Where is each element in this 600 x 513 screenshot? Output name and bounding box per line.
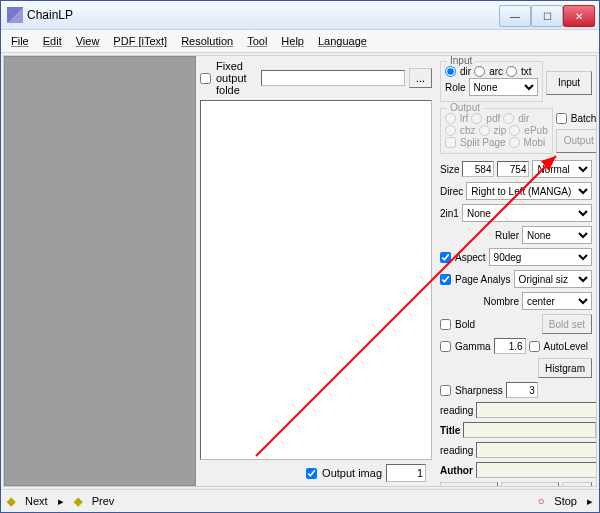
2in1-select[interactable]: None xyxy=(462,204,592,222)
menu-resolution[interactable]: Resolution xyxy=(181,35,233,47)
size-label: Size xyxy=(440,164,459,175)
menu-edit[interactable]: Edit xyxy=(43,35,62,47)
split-page-checkbox xyxy=(445,137,456,148)
input-type-txt[interactable] xyxy=(506,66,517,77)
browse-button[interactable]: ... xyxy=(409,68,432,88)
input-type-arc[interactable] xyxy=(474,66,485,77)
input-type-dir[interactable] xyxy=(445,66,456,77)
fixed-output-path[interactable] xyxy=(261,70,405,86)
author-label: Author xyxy=(440,465,473,476)
2in1-label: 2in1 xyxy=(440,208,459,219)
stop-icon: ○ xyxy=(538,495,545,507)
author-field[interactable] xyxy=(476,462,597,478)
output-button[interactable]: Output xyxy=(556,129,597,153)
menu-language[interactable]: Language xyxy=(318,35,367,47)
input-group-label: Input xyxy=(447,55,475,66)
file-list[interactable] xyxy=(200,100,432,460)
next-button[interactable]: Next xyxy=(25,495,48,507)
reading1-label: reading xyxy=(440,405,473,416)
preview-pane xyxy=(4,56,196,486)
reading2-field[interactable] xyxy=(476,442,597,458)
gamma-value[interactable] xyxy=(494,338,526,354)
gamma-checkbox[interactable] xyxy=(440,341,451,352)
out-zip xyxy=(479,125,490,136)
sharpness-value[interactable] xyxy=(506,382,538,398)
output-imag-checkbox[interactable] xyxy=(306,468,317,479)
nombre-select[interactable]: center xyxy=(522,292,592,310)
direc-label: Direc xyxy=(440,186,463,197)
out-dir xyxy=(503,113,514,124)
aspect-select[interactable]: 90deg xyxy=(489,248,592,266)
prev-icon: ◆ xyxy=(74,495,82,508)
page-analys-label: Page Analys xyxy=(455,274,511,285)
direc-select[interactable]: Right to Left (MANGA) xyxy=(466,182,592,200)
menu-tool[interactable]: Tool xyxy=(247,35,267,47)
docinfo-button[interactable]: Doc Info xyxy=(501,482,559,487)
batch-checkbox[interactable] xyxy=(556,113,567,124)
menu-help[interactable]: Help xyxy=(281,35,304,47)
autolevel-checkbox[interactable] xyxy=(529,341,540,352)
out-mobi xyxy=(509,137,520,148)
sharpness-checkbox[interactable] xyxy=(440,385,451,396)
title-field[interactable] xyxy=(463,422,596,438)
page-analys-checkbox[interactable] xyxy=(440,274,451,285)
bold-label: Bold xyxy=(455,319,475,330)
menu-view[interactable]: View xyxy=(76,35,100,47)
output-imag-label: Output imag xyxy=(322,467,382,479)
toc-button[interactable]: TOC xyxy=(440,482,498,487)
histgram-button[interactable]: Histgram xyxy=(538,358,592,378)
out-pdf xyxy=(471,113,482,124)
nombre-label: Nombre xyxy=(483,296,519,307)
output-group-label: Output xyxy=(447,102,483,113)
output-imag-spinner[interactable]: 1 xyxy=(386,464,426,482)
maximize-button[interactable]: ☐ xyxy=(531,5,563,27)
aspect-label: Aspect xyxy=(455,252,486,263)
page-analys-select[interactable]: Original siz xyxy=(514,270,592,288)
next-icon: ◆ xyxy=(7,495,15,508)
reading1-field[interactable] xyxy=(476,402,597,418)
title-label: Title xyxy=(440,425,460,436)
out-cbz xyxy=(445,125,456,136)
aspect-checkbox[interactable] xyxy=(440,252,451,263)
window-title: ChainLP xyxy=(27,8,73,22)
role-label: Role xyxy=(445,82,466,93)
fixed-output-checkbox[interactable] xyxy=(200,73,211,84)
gamma-label: Gamma xyxy=(455,341,491,352)
bold-set-button[interactable]: Bold set xyxy=(542,314,592,334)
menu-pdf[interactable]: PDF [iText] xyxy=(113,35,167,47)
minimize-button[interactable]: — xyxy=(499,5,531,27)
autolevel-label: AutoLevel xyxy=(544,341,588,352)
reading2-label: reading xyxy=(440,445,473,456)
role-select[interactable]: None xyxy=(469,78,538,96)
sharpness-label: Sharpness xyxy=(455,385,503,396)
size-w[interactable] xyxy=(462,161,494,177)
size-h[interactable] xyxy=(497,161,529,177)
fixed-output-label: Fixed output folde xyxy=(216,60,257,96)
menu-bar: File Edit View PDF [iText] Resolution To… xyxy=(1,30,599,53)
prev-button[interactable]: Prev xyxy=(92,495,115,507)
bold-checkbox[interactable] xyxy=(440,319,451,330)
close-button[interactable]: ✕ xyxy=(563,5,595,27)
ruler-select[interactable]: None xyxy=(522,226,592,244)
app-icon xyxy=(7,7,23,23)
out-epub xyxy=(509,125,520,136)
input-button[interactable]: Input xyxy=(546,71,592,95)
out-lrf xyxy=(445,113,456,124)
stop-button[interactable]: Stop xyxy=(554,495,577,507)
size-mode-select[interactable]: Normal xyxy=(532,160,592,178)
ruler-label: Ruler xyxy=(495,230,519,241)
rev-button[interactable]: Rev xyxy=(562,482,592,487)
menu-file[interactable]: File xyxy=(11,35,29,47)
